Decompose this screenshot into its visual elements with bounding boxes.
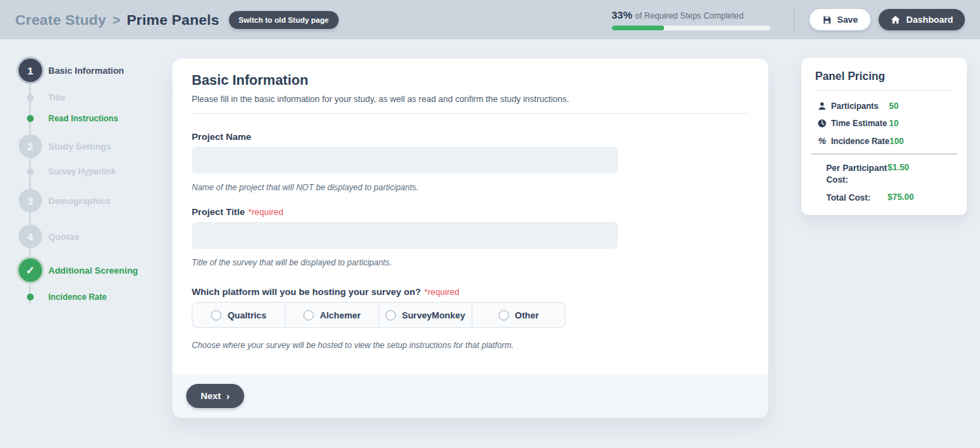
progress-text: 33%of Required Steps Completed <box>612 9 776 21</box>
incidence-rate-value: 100 <box>890 136 953 146</box>
progress-bar <box>612 26 770 30</box>
alchemer-radio[interactable] <box>303 310 314 320</box>
breadcrumb-separator: > <box>112 12 121 28</box>
platform-question-label: Which platform will you be hosting your … <box>192 287 749 297</box>
section-title: Basic Information <box>192 72 749 88</box>
substep-title-dot <box>27 94 34 101</box>
cost-row-total: Total Cost: $75.00 <box>815 192 953 204</box>
total-cost-value: $75.00 <box>888 192 953 202</box>
project-title-label-text: Project Title <box>192 207 245 217</box>
project-title-input[interactable] <box>192 222 618 249</box>
time-estimate-value: 10 <box>889 119 953 128</box>
substep-incidence-rate-label: Incidence Rate <box>48 292 107 302</box>
panel-pricing-title: Panel Pricing <box>815 70 953 83</box>
stepper-substep-read-instructions[interactable]: Read Instructions <box>18 112 168 125</box>
project-title-required-tag: *required <box>248 207 283 217</box>
surveymonkey-label: SurveyMonkey <box>402 310 466 320</box>
other-label: Other <box>515 310 539 320</box>
cost-row-per-participant: Per Participant Cost: $1.50 <box>815 163 953 186</box>
qualtrics-radio[interactable] <box>211 310 221 320</box>
section-divider <box>192 113 749 114</box>
save-icon <box>822 15 832 25</box>
substep-read-instructions-label: Read Instructions <box>48 114 118 123</box>
pricing-divider-dotted <box>815 90 953 91</box>
home-icon <box>890 14 901 25</box>
per-participant-cost-label: Per Participant Cost: <box>826 163 888 186</box>
step-4-circle: 4 <box>19 225 42 248</box>
next-button-label: Next <box>201 391 221 401</box>
card-footer: Next › <box>172 374 768 418</box>
incidence-rate-label: Incidence Rate <box>831 136 890 146</box>
stepper-step-additional-screening[interactable]: ✓ Additional Screening <box>18 258 168 282</box>
step-3-label: Demographics <box>48 196 110 206</box>
stepper-step-demographics[interactable]: 3 Demographics <box>18 189 168 212</box>
progress-block: 33%of Required Steps Completed <box>612 9 776 30</box>
project-name-helper: Name of the project that will NOT be dis… <box>192 183 749 192</box>
project-name-label-text: Project Name <box>192 132 251 142</box>
step-3-circle: 3 <box>19 189 42 212</box>
step-1-label: Basic Information <box>48 65 124 76</box>
platform-radio-group: Qualtrics Alchemer SurveyMonkey Other <box>192 302 566 328</box>
step-4-label: Quotas <box>48 232 79 242</box>
dashboard-button[interactable]: Dashboard <box>879 9 965 30</box>
section-subtitle: Please fill in the basic information for… <box>192 94 749 104</box>
step-1-circle: 1 <box>19 59 42 82</box>
project-name-label: Project Name <box>192 132 749 142</box>
substep-survey-hyperlink-dot <box>27 168 34 175</box>
substep-survey-hyperlink-label: Survey Hyperlink <box>48 167 116 176</box>
basic-information-card: Basic Information Please fill in the bas… <box>172 59 768 418</box>
platform-question-text: Which platform will you be hosting your … <box>192 287 421 297</box>
progress-percent: 33% <box>612 9 632 21</box>
step-2-circle: 2 <box>19 134 42 158</box>
substep-read-instructions-dot <box>27 115 34 122</box>
platform-helper: Choose where your survey will be hosted … <box>192 340 749 350</box>
chevron-right-icon: › <box>226 391 230 402</box>
percent-icon: % <box>817 136 828 146</box>
save-button[interactable]: Save <box>810 9 870 30</box>
panel-pricing-card: Panel Pricing Participants 50 Time Estim… <box>801 58 967 215</box>
platform-option-other[interactable]: Other <box>472 303 565 327</box>
stepper-substep-survey-hyperlink[interactable]: Survey Hyperlink <box>18 165 168 178</box>
total-cost-label: Total Cost: <box>826 192 888 204</box>
clock-icon <box>817 119 828 128</box>
platform-required-tag: *required <box>424 287 459 297</box>
time-estimate-label: Time Estimate <box>831 119 889 128</box>
stepper-substep-title[interactable]: Title <box>18 92 168 104</box>
stepper-step-basic-information[interactable]: 1 Basic Information <box>18 59 168 82</box>
next-button[interactable]: Next › <box>186 384 244 408</box>
switch-to-old-study-button[interactable]: Switch to old Study page <box>229 11 339 29</box>
qualtrics-label: Qualtrics <box>228 310 266 320</box>
stepper-substep-incidence-rate[interactable]: Incidence Rate <box>18 291 168 303</box>
project-title-label: Project Title*required <box>192 207 749 217</box>
breadcrumb-parent[interactable]: Create Study <box>15 12 106 28</box>
substep-incidence-rate-dot <box>27 294 34 301</box>
study-stepper: 1 Basic Information Title Read Instructi… <box>18 59 168 303</box>
switch-button-label: Switch to old Study page <box>239 16 329 24</box>
surveymonkey-radio[interactable] <box>386 310 396 320</box>
pricing-row-time-estimate: Time Estimate 10 <box>815 119 953 128</box>
pricing-row-incidence-rate: % Incidence Rate 100 <box>815 136 953 146</box>
project-name-input[interactable] <box>192 147 618 174</box>
step-2-label: Study Settings <box>48 141 111 152</box>
person-icon <box>817 101 828 111</box>
stepper-step-study-settings[interactable]: 2 Study Settings <box>18 134 168 158</box>
platform-option-surveymonkey[interactable]: SurveyMonkey <box>379 303 472 327</box>
save-button-label: Save <box>837 14 858 25</box>
project-title-helper: Title of the survey that will be display… <box>192 258 749 267</box>
platform-option-qualtrics[interactable]: Qualtrics <box>192 303 286 327</box>
progress-fill <box>612 26 664 30</box>
participants-label: Participants <box>831 101 889 111</box>
per-participant-cost-value: $1.50 <box>888 163 953 172</box>
header-divider <box>794 7 794 33</box>
stepper-step-quotas[interactable]: 4 Quotas <box>18 225 168 248</box>
other-radio[interactable] <box>499 310 509 320</box>
step-5-check-circle: ✓ <box>19 258 42 282</box>
progress-label: of Required Steps Completed <box>635 11 743 21</box>
participants-value: 50 <box>889 101 953 111</box>
alchemer-label: Alchemer <box>320 310 361 320</box>
pricing-divider-solid <box>811 154 957 154</box>
step-5-label: Additional Screening <box>48 265 138 276</box>
top-header: Create Study > Prime Panels Switch to ol… <box>0 0 980 39</box>
platform-option-alchemer[interactable]: Alchemer <box>286 303 379 327</box>
breadcrumb: Create Study > Prime Panels <box>15 12 219 28</box>
